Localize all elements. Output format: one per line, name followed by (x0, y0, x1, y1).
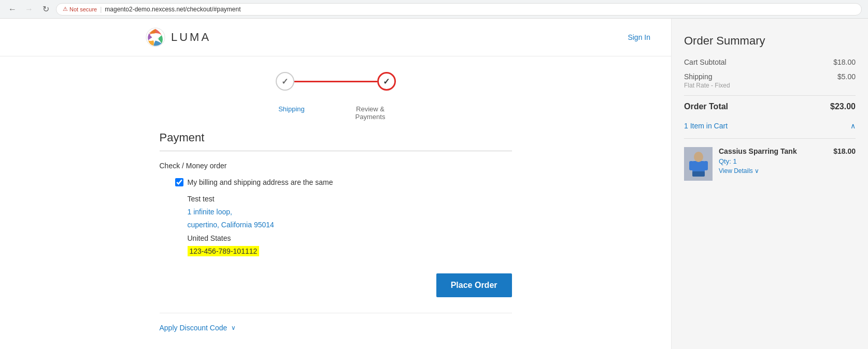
step-payment-check: ✓ (383, 77, 390, 86)
product-image-svg (688, 150, 709, 178)
cart-subtotal-value: $18.00 (833, 58, 856, 66)
address-phone: 123-456-789-101112 (188, 245, 512, 258)
address-country: United States (188, 232, 512, 245)
step-payment-circle: ✓ (377, 72, 396, 91)
logo-area: LUMA (145, 27, 211, 48)
address-block: Test test 1 infinite loop, cupertino, Ca… (188, 193, 512, 258)
step-labels: Shipping Review & Payments (271, 101, 391, 121)
cart-item-name-price-row: Cassius Sparring Tank $18.00 (719, 147, 856, 157)
payment-title: Payment (160, 131, 512, 151)
order-total-label: Order Total (684, 102, 728, 111)
billing-same-checkbox[interactable] (175, 178, 183, 186)
phone-number: 123-456-789-101112 (188, 246, 260, 256)
security-warning: ⚠ Not secure (63, 6, 97, 12)
shipping-method-label: Flat Rate - Fixed (684, 82, 856, 89)
billing-checkbox-label: My billing and shipping address are the … (188, 178, 333, 186)
discount-chevron-icon: ∨ (231, 324, 236, 331)
cart-items-toggle[interactable]: 1 Item in Cart ∧ (684, 122, 856, 139)
shipping-label: Shipping (684, 72, 713, 81)
main-content: LUMA Sign In ✓ ✓ Shipping Review & Payme… (0, 19, 671, 349)
step-shipping-check: ✓ (281, 77, 288, 86)
shipping-row-inline: Shipping $5.00 (684, 72, 856, 81)
step-line (294, 81, 377, 82)
cart-item: Cassius Sparring Tank $18.00 Qty: 1 View… (684, 147, 856, 181)
discount-section: Apply Discount Code ∨ (160, 313, 512, 332)
payment-method: Check / Money order My billing and shipp… (160, 162, 512, 258)
cart-chevron-up-icon: ∧ (850, 122, 856, 130)
address-divider: | (100, 6, 102, 13)
cart-item-qty-label: Qty: (719, 157, 731, 165)
cart-item-details: Cassius Sparring Tank $18.00 Qty: 1 View… (719, 147, 856, 174)
place-order-row: Place Order (160, 273, 512, 297)
payment-method-label: Check / Money order (160, 162, 512, 170)
page-wrapper: LUMA Sign In ✓ ✓ Shipping Review & Payme… (0, 19, 868, 349)
shipping-row: Shipping $5.00 Flat Rate - Fixed (684, 72, 856, 89)
order-summary-sidebar: Order Summary Cart Subtotal $18.00 Shipp… (671, 19, 868, 349)
view-details-chevron-icon: ∨ (755, 167, 759, 174)
billing-checkbox-row: My billing and shipping address are the … (175, 178, 512, 186)
order-total-row: Order Total $23.00 (684, 102, 856, 111)
address-city-state-zip[interactable]: cupertino, California 95014 (188, 221, 274, 229)
browser-chrome: ← → ↻ ⚠ Not secure | magento2-demo.nexce… (0, 0, 868, 19)
luma-logo-icon (145, 27, 166, 48)
svg-rect-4 (704, 161, 708, 170)
checkout-steps: ✓ ✓ (276, 56, 396, 101)
forward-button[interactable]: → (23, 3, 35, 16)
cart-item-price: $18.00 (833, 147, 856, 155)
sign-in-link[interactable]: Sign In (628, 33, 650, 41)
cart-item-qty-value: 1 (733, 157, 736, 165)
cart-item-qty: Qty: 1 (719, 157, 856, 165)
reload-button[interactable]: ↻ (39, 3, 52, 16)
cart-item-image (684, 147, 713, 181)
svg-point-5 (694, 152, 703, 162)
url-text: magento2-demo.nexcess.net/checkout/#paym… (105, 6, 240, 13)
address-name: Test test (188, 193, 512, 206)
discount-toggle-label: Apply Discount Code (160, 324, 227, 332)
discount-toggle-button[interactable]: Apply Discount Code ∨ (160, 324, 236, 332)
logo-text: LUMA (171, 31, 211, 44)
step-label-shipping: Shipping (271, 105, 312, 121)
order-summary-title: Order Summary (684, 34, 856, 48)
svg-point-1 (152, 34, 159, 41)
shipping-value: $5.00 (837, 72, 856, 81)
step-label-payment: Review & Payments (350, 105, 391, 121)
page-header: LUMA Sign In (0, 19, 671, 56)
cart-item-name: Cassius Sparring Tank (719, 147, 797, 155)
items-in-cart-label: 1 Item in Cart (684, 122, 728, 130)
address-bar[interactable]: ⚠ Not secure | magento2-demo.nexcess.net… (56, 3, 862, 16)
svg-rect-3 (689, 161, 693, 170)
step-shipping-circle: ✓ (276, 72, 294, 91)
address-street[interactable]: 1 infinite loop, (188, 208, 232, 216)
cart-subtotal-label: Cart Subtotal (684, 58, 727, 66)
place-order-button[interactable]: Place Order (436, 273, 512, 297)
payment-section: Payment Check / Money order My billing a… (160, 121, 512, 342)
warning-icon: ⚠ (63, 6, 68, 12)
view-details-button[interactable]: View Details ∨ (719, 167, 856, 174)
summary-divider (684, 95, 856, 96)
checkout-steps-wrapper: ✓ ✓ Shipping Review & Payments (0, 56, 671, 121)
billing-address: My billing and shipping address are the … (175, 178, 512, 258)
back-button[interactable]: ← (6, 3, 19, 16)
svg-rect-6 (692, 171, 705, 177)
cart-subtotal-row: Cart Subtotal $18.00 (684, 58, 856, 66)
view-details-label: View Details (719, 167, 753, 174)
order-total-value: $23.00 (830, 102, 856, 111)
